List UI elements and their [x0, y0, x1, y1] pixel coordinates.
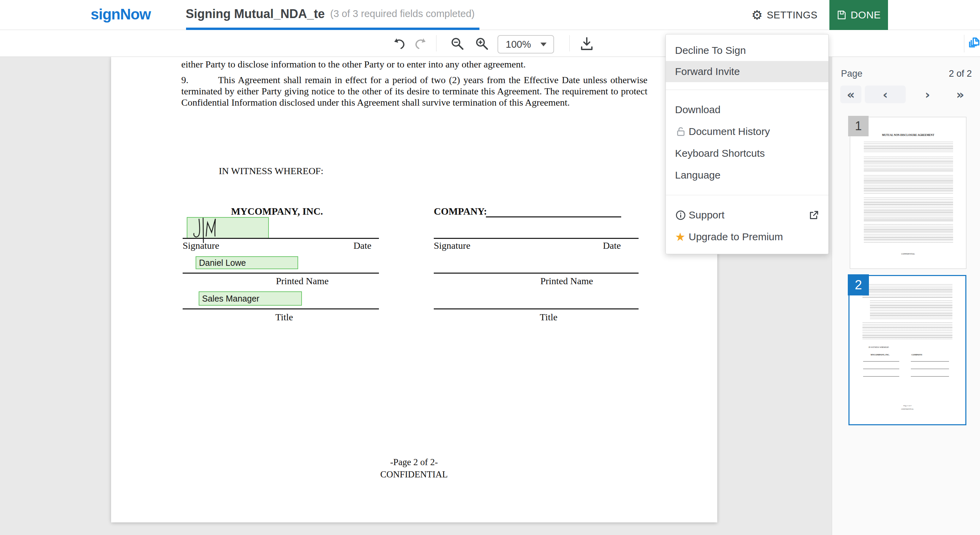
printed-name-field[interactable]: Daniel Lowe	[196, 256, 298, 269]
thumbnail-page-2[interactable]: IN WITNESS WHEREOF: MYCOMPANY, INC. COMP…	[848, 275, 966, 425]
printed-name-line	[434, 272, 639, 274]
zoom-level-value: 100%	[506, 39, 531, 50]
company-name-blank-line	[486, 207, 621, 217]
undo-button[interactable]	[390, 36, 406, 51]
printed-name-label: Printed Name	[541, 275, 593, 287]
gear-icon: ⚙	[751, 9, 763, 21]
thumbnail-2-badge: 2	[848, 274, 869, 295]
left-party-name: MYCOMPANY, INC.	[231, 206, 323, 217]
menu-item-document-history[interactable]: Document History	[666, 121, 828, 142]
menu-item-download[interactable]: Download	[666, 99, 828, 121]
witness-line: IN WITNESS WHEREOF:	[219, 165, 323, 177]
star-icon: ★	[675, 231, 689, 243]
done-label: DONE	[851, 9, 881, 21]
thumbnail-text-lines	[864, 224, 953, 243]
menu-item-label: Language	[675, 169, 720, 181]
thumbnail-signature-line	[863, 361, 899, 361]
zoom-level-select[interactable]: 100%	[498, 35, 554, 54]
previous-page-button[interactable]: ‹	[865, 86, 906, 103]
settings-label: SETTINGS	[767, 10, 818, 21]
menu-item-language[interactable]: Language	[666, 164, 828, 186]
menu-divider	[666, 195, 828, 195]
redo-button[interactable]	[414, 36, 430, 51]
document-workspace: either Party to disclose information to …	[0, 57, 980, 535]
previous-page-icon: ‹	[883, 88, 888, 102]
title-field[interactable]: Sales Manager	[199, 291, 302, 306]
signing-progress-bar	[186, 28, 479, 30]
thumbnail-2-footer-number: -Page 2 of 2-	[850, 405, 965, 406]
menu-item-forward-invite[interactable]: Forward Invite	[666, 61, 828, 82]
thumbnail-signature-line	[911, 361, 949, 361]
zoom-in-icon	[474, 36, 489, 51]
menu-item-label: Download	[675, 104, 720, 116]
thumbnail-signature-line	[911, 369, 949, 369]
signature-field[interactable]	[187, 217, 269, 239]
info-icon	[675, 210, 689, 221]
last-page-icon: »	[956, 88, 964, 102]
signature-label: Signature	[183, 240, 219, 251]
clause-9-number: 9.	[181, 74, 188, 86]
thumbnail-1-footer: CONFIDENTIAL	[850, 253, 966, 255]
page-label: Page	[841, 68, 862, 79]
menu-item-keyboard-shortcuts[interactable]: Keyboard Shortcuts	[666, 142, 828, 164]
thumbnail-text-lines	[870, 301, 952, 320]
menu-item-label: Decline To Sign	[675, 45, 746, 56]
thumbnail-signature-line	[863, 376, 899, 377]
clause-9: 9. This Agreement shall remain in effect…	[181, 74, 648, 108]
thumbnail-signature-line	[863, 369, 899, 369]
printed-name-label: Printed Name	[276, 275, 329, 287]
download-icon	[579, 36, 594, 51]
page-footer-number: -Page 2 of 2-	[390, 457, 438, 468]
app-window: signNow Signing Mutual_NDA_te (3 of 3 re…	[0, 0, 980, 535]
menu-item-label: Upgrade to Premium	[689, 231, 783, 243]
right-party-label: COMPANY:	[434, 206, 487, 217]
done-button[interactable]: DONE	[829, 0, 888, 30]
first-page-button[interactable]: «	[840, 86, 861, 103]
menu-item-upgrade-to-premium[interactable]: ★ Upgrade to Premium	[666, 226, 828, 248]
zoom-in-button[interactable]	[474, 36, 489, 51]
external-link-icon	[808, 210, 819, 221]
lock-icon	[675, 126, 689, 137]
toolbar-divider	[570, 35, 570, 51]
document-page: either Party to disclose information to …	[111, 57, 717, 522]
next-page-icon: ›	[925, 88, 930, 102]
menu-item-label: Keyboard Shortcuts	[675, 148, 765, 159]
menu-item-decline-to-sign[interactable]: Decline To Sign	[666, 40, 828, 61]
settings-button[interactable]: ⚙ SETTINGS	[751, 0, 818, 30]
document-title-block: Signing Mutual_NDA_te (3 of 3 required f…	[186, 0, 475, 28]
drawn-signature-jm	[188, 218, 239, 239]
thumbnail-page-1[interactable]: MUTUAL NON-DISCLOSURE AGREEMENT CONFIDEN…	[850, 117, 966, 269]
date-label: Date	[603, 240, 621, 251]
page-footer-confidential: CONFIDENTIAL	[380, 469, 448, 480]
zoom-out-icon	[450, 36, 465, 51]
thumbnail-text-lines	[862, 322, 952, 340]
thumbnail-text-lines	[864, 197, 953, 221]
date-label: Date	[353, 240, 371, 251]
thumbnail-signature-line	[911, 376, 949, 377]
document-toolbar: 100%	[0, 30, 980, 57]
undo-icon	[390, 36, 406, 51]
thumbnail-1-badge: 1	[848, 116, 869, 136]
signature-date-labels: Signature Date	[434, 240, 639, 251]
menu-item-label: Forward Invite	[675, 66, 740, 77]
menu-item-support[interactable]: Support	[666, 204, 828, 226]
download-button[interactable]	[579, 36, 594, 51]
printed-name-line	[183, 272, 379, 274]
thumbnail-2-footer-confidential: CONFIDENTIAL	[850, 408, 965, 410]
chevron-down-icon	[541, 43, 547, 46]
pages-panel-toggle[interactable]	[967, 36, 980, 51]
toolbar-divider	[436, 35, 436, 51]
save-icon	[837, 10, 847, 20]
menu-item-label: Document History	[689, 126, 770, 137]
zoom-out-button[interactable]	[450, 36, 465, 51]
signnow-logo: signNow	[91, 6, 151, 23]
thumbnail-text-lines	[864, 142, 953, 153]
next-page-button[interactable]: ›	[918, 86, 937, 103]
signature-label: Signature	[434, 240, 470, 251]
last-page-button[interactable]: »	[951, 86, 970, 103]
signature-date-labels: Signature Date	[183, 240, 379, 251]
title-line	[434, 308, 639, 309]
signature-line	[434, 238, 639, 239]
paragraph-8-tail: either Party to disclose information to …	[181, 59, 652, 70]
menu-item-label: Support	[689, 209, 724, 221]
